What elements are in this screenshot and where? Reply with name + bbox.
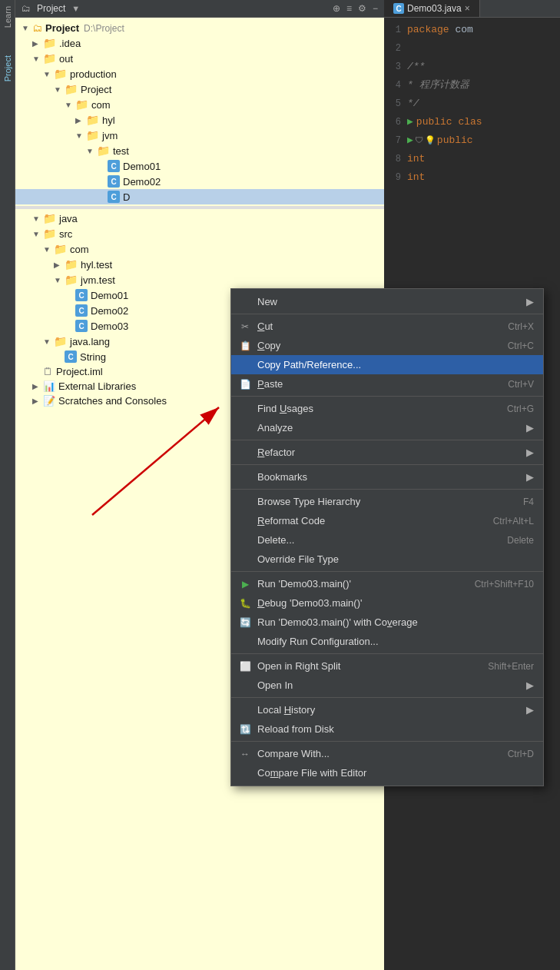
run-label: Run 'Demo03.main()' <box>257 578 459 590</box>
compare-with-label: Compare With... <box>257 748 492 759</box>
tree-item-root[interactable]: ▼ 🗂 Project D:\Project <box>15 21 384 35</box>
menu-item-modify-run[interactable]: Modify Run Configuration... <box>231 632 543 651</box>
tree-item-demo02-out[interactable]: C Demo02 <box>15 174 384 189</box>
menu-item-debug[interactable]: 🐛 Debug 'Demo03.main()' <box>231 593 543 613</box>
refactor-label: Refactor <box>257 447 520 458</box>
com-src-folder-icon: 📁 <box>54 243 67 255</box>
code-line-7: 7 ▶ 🛡 💡 public <box>384 131 560 150</box>
tree-item-src[interactable]: ▼ 📁 src <box>15 226 384 241</box>
hide-icon[interactable]: − <box>373 3 378 14</box>
find-usages-label: Find Usages <box>257 403 492 414</box>
line-content-1: package com <box>407 22 473 38</box>
menu-item-new[interactable]: New ▶ <box>231 292 543 311</box>
tree-item-test-out[interactable]: ▼ 📁 test <box>15 143 384 158</box>
tree-item-jvmtest[interactable]: ▼ 📁 jvm.test <box>15 272 384 287</box>
locate-icon[interactable]: ⊕ <box>333 3 340 14</box>
menu-item-reformat[interactable]: Reformat Code Ctrl+Alt+L <box>231 511 543 530</box>
reformat-label: Reformat Code <box>257 515 478 527</box>
menu-item-compare-with[interactable]: ↔ Compare With... Ctrl+D <box>231 744 543 763</box>
expand-arrow-javalang: ▼ <box>43 337 54 346</box>
run-gutter-7[interactable]: ▶ <box>407 132 413 149</box>
root-path: D:\Project <box>84 23 124 34</box>
demo02-label-out: Demo02 <box>123 176 161 188</box>
menu-item-copy[interactable]: 📋 Copy Ctrl+C <box>231 336 543 355</box>
menu-item-browse-hierarchy[interactable]: Browse Type Hierarchy F4 <box>231 492 543 511</box>
tree-item-out[interactable]: ▼ 📁 out <box>15 51 384 66</box>
expand-arrow-jvm-out: ▼ <box>75 131 86 140</box>
tree-item-demo03-out[interactable]: C D <box>15 189 384 204</box>
tab-demo03[interactable]: C Demo03.java × <box>384 0 480 17</box>
menu-item-paste[interactable]: 📄 Paste Ctrl+V <box>231 374 543 394</box>
menu-item-cut[interactable]: ✂ Cut Ctrl+X <box>231 317 543 336</box>
menu-item-compare-file[interactable]: Compare File with Editor <box>231 763 543 782</box>
menu-item-run[interactable]: ▶ Run 'Demo03.main()' Ctrl+Shift+F10 <box>231 574 543 593</box>
menu-item-open-right-split[interactable]: ⬜ Open in Right Split Shift+Enter <box>231 656 543 676</box>
expand-arrow-external-libs: ▶ <box>32 382 43 390</box>
cut-icon: ✂ <box>237 321 253 332</box>
demo03-class-icon-src: C <box>75 320 88 332</box>
tree-item-hyltest[interactable]: ▶ 📁 hyl.test <box>15 257 384 272</box>
menu-item-open-in[interactable]: Open In ▶ <box>231 676 543 695</box>
separator-2 <box>231 396 543 397</box>
collapse-icon[interactable]: ≡ <box>346 3 352 14</box>
menu-item-copy-path[interactable]: Copy Path/Reference... <box>231 355 543 374</box>
bookmarks-label: Bookmarks <box>257 471 520 483</box>
expand-arrow-hyl-out: ▶ <box>75 116 86 125</box>
run-coverage-label: Run 'Demo03.main()' with Coverage <box>257 616 534 628</box>
tab-close-button[interactable]: × <box>465 3 470 14</box>
menu-item-bookmarks[interactable]: Bookmarks ▶ <box>231 467 543 487</box>
line-content-4: * 程序计数器 <box>407 77 469 94</box>
tree-item-idea[interactable]: ▶ 📁 .idea <box>15 35 384 51</box>
external-libs-label: External Libraries <box>58 380 136 392</box>
line-content-9: int <box>407 169 425 186</box>
line-num-2: 2 <box>384 40 407 57</box>
menu-item-refactor[interactable]: Refactor ▶ <box>231 443 543 462</box>
expand-arrow-com-out: ▼ <box>65 101 75 109</box>
line-num-4: 4 <box>384 77 407 94</box>
separator-1 <box>231 314 543 314</box>
menu-item-override-filetype[interactable]: Override File Type <box>231 550 543 569</box>
run-gutter-6[interactable]: ▶ <box>407 114 413 131</box>
settings-icon[interactable]: ⚙ <box>358 3 366 14</box>
override-filetype-label: Override File Type <box>257 553 534 565</box>
paste-shortcut: Ctrl+V <box>508 379 534 390</box>
open-in-label: Open In <box>257 679 520 691</box>
menu-item-reload[interactable]: 🔃 Reload from Disk <box>231 719 543 739</box>
tree-item-demo01-out[interactable]: C Demo01 <box>15 158 384 174</box>
find-usages-shortcut: Ctrl+G <box>507 404 534 414</box>
menu-item-delete[interactable]: Delete... Delete <box>231 530 543 550</box>
src-label: src <box>59 228 72 240</box>
debug-icon: 🐛 <box>237 598 253 609</box>
tree-item-com-out[interactable]: ▼ 📁 com <box>15 97 384 112</box>
tree-item-hyl-out[interactable]: ▶ 📁 hyl <box>15 112 384 128</box>
jvmtest-folder-icon: 📁 <box>65 274 78 286</box>
tree-item-jvm-out[interactable]: ▼ 📁 jvm <box>15 128 384 143</box>
menu-item-find-usages[interactable]: Find Usages Ctrl+G <box>231 399 543 418</box>
menu-item-analyze[interactable]: Analyze ▶ <box>231 418 543 437</box>
line-num-9: 9 <box>384 169 407 186</box>
expand-arrow-src: ▼ <box>32 230 43 238</box>
sidebar-item-project[interactable]: Project <box>2 49 14 88</box>
cut-shortcut: Ctrl+X <box>508 321 534 332</box>
line-content-6: public clas <box>416 114 482 131</box>
tree-item-production[interactable]: ▼ 📁 production <box>15 66 384 81</box>
project-dropdown-arrow[interactable]: ▼ <box>71 4 80 13</box>
production-folder-icon: 📁 <box>54 68 67 80</box>
tree-item-java[interactable]: ▼ 📁 java <box>15 211 384 226</box>
expand-arrow-idea: ▶ <box>32 39 43 48</box>
menu-item-local-history[interactable]: Local History ▶ <box>231 700 543 719</box>
tree-item-com-src[interactable]: ▼ 📁 com <box>15 241 384 257</box>
sidebar-item-learn[interactable]: Learn <box>2 0 14 34</box>
com-out-label: com <box>91 99 111 111</box>
expand-arrow-jvmtest: ▼ <box>54 276 65 284</box>
expand-arrow-production: ▼ <box>43 70 54 78</box>
reformat-shortcut: Ctrl+Alt+L <box>493 516 534 527</box>
iml-label: Project.iml <box>56 366 103 377</box>
paste-label: Paste <box>257 378 492 390</box>
code-line-3: 3 /** <box>384 58 560 76</box>
tree-item-project-out[interactable]: ▼ 📁 Project <box>15 81 384 97</box>
menu-item-run-coverage[interactable]: 🔄 Run 'Demo03.main()' with Coverage <box>231 613 543 632</box>
project-out-label: Project <box>81 84 111 95</box>
demo03-class-icon-out: C <box>108 191 120 203</box>
expand-arrow-project-out: ▼ <box>54 85 65 94</box>
